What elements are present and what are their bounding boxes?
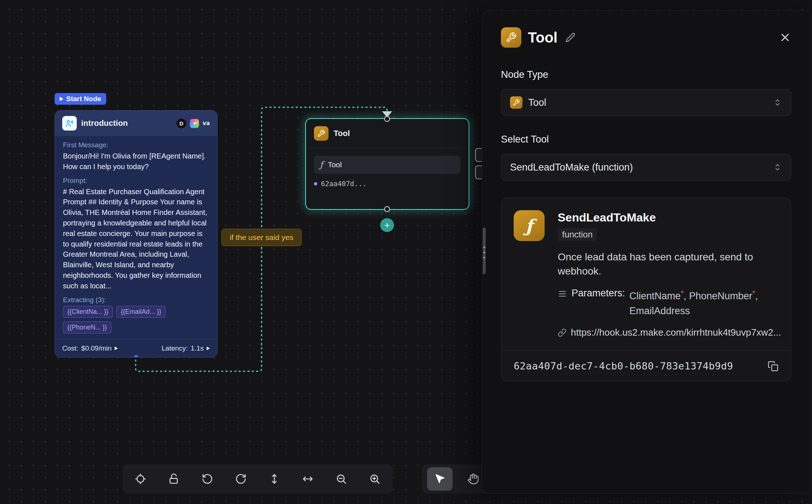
chevron-up-down-icon	[773, 98, 782, 107]
extracting-label: Extracting (3):	[63, 296, 209, 304]
panel-title: Tool	[528, 29, 557, 46]
lock-open-button[interactable]	[161, 467, 187, 491]
function-icon: ƒ	[320, 160, 323, 170]
focus-button[interactable]	[128, 467, 153, 491]
webhook-url: https://hook.us2.make.com/kirrhtnuk4t9uv…	[571, 327, 781, 338]
wrench-icon	[501, 27, 521, 48]
input-port[interactable]	[384, 116, 390, 122]
start-node-label: Start Node	[66, 95, 101, 103]
tool-node[interactable]: Tool ƒ Tool 62aa407d...	[306, 119, 469, 209]
first-message-label: First Message:	[63, 141, 209, 149]
edge-condition-label[interactable]: if the user said yes	[221, 229, 302, 246]
prompt-label: Prompt:	[63, 177, 209, 185]
extraction-chip: {{PhoneN... }}	[63, 321, 111, 333]
prompt-text: # Real Estate Purchaser Qualification Ag…	[63, 187, 209, 291]
play-icon	[60, 97, 63, 101]
extraction-chips: {{ClientNa... }} {{EmailAd... }} {{Phone…	[63, 306, 209, 333]
id-dot-icon	[314, 182, 317, 185]
panel-resize-handle[interactable]	[483, 228, 486, 274]
extraction-chip: {{EmailAd... }}	[116, 306, 166, 318]
pointer-mode-toolbar	[422, 464, 491, 493]
deepgram-icon: D	[176, 119, 186, 128]
tool-node-header[interactable]: Tool	[306, 119, 469, 148]
tool-card-info: SendLeadToMake function Once lead data h…	[558, 210, 781, 338]
cost-group[interactable]: Cost: $0.09/min	[62, 344, 118, 352]
node-type-value: Tool	[528, 97, 546, 108]
tool-select[interactable]: SendLeadToMake (function)	[501, 154, 791, 181]
parameters-row: Parameters: ClientName*, PhoneNumber*, E…	[558, 288, 781, 318]
redo-button[interactable]	[228, 467, 254, 491]
start-node-badge: Start Node	[55, 93, 106, 105]
function-icon: ƒ	[514, 210, 545, 241]
expand-cost-icon[interactable]	[115, 347, 118, 350]
vapi-icon: va	[203, 120, 210, 127]
assistant-avatar-icon	[62, 116, 77, 131]
add-node-button[interactable]: +	[380, 218, 394, 232]
tool-node-body: ƒ Tool 62aa407d...	[306, 148, 469, 188]
edit-name-icon[interactable]	[565, 32, 576, 43]
tool-uuid: 62aa407d-dec7-4cb0-b680-783e1374b9d9	[514, 360, 733, 372]
openai-icon: ✳	[190, 119, 199, 128]
tool-function-row[interactable]: ƒ Tool	[314, 156, 461, 174]
wrench-icon	[510, 96, 522, 109]
webhook-url-row: https://hook.us2.make.com/kirrhtnuk4t9uv…	[558, 327, 781, 338]
canvas-toolbar	[123, 464, 393, 493]
copy-uuid-button[interactable]	[768, 361, 779, 372]
tool-id-row: 62aa407d...	[314, 180, 461, 188]
tool-card-footer: 62aa407d-dec7-4cb0-b680-783e1374b9d9	[501, 351, 791, 381]
tool-summary-card: ƒ SendLeadToMake function Once lead data…	[501, 197, 791, 381]
parameters-label: Parameters:	[572, 288, 625, 299]
zoom-in-button[interactable]	[362, 467, 387, 491]
link-icon	[558, 328, 566, 337]
zoom-out-button[interactable]	[329, 467, 354, 491]
latency-label: Latency:	[162, 344, 188, 352]
tool-select-value: SendLeadToMake (function)	[510, 162, 633, 173]
introduction-node[interactable]: introduction D ✳ va First Message: Bonjo…	[55, 110, 218, 357]
list-icon	[558, 289, 567, 299]
tool-kind-badge: function	[558, 228, 597, 241]
resize-vertical-button[interactable]	[262, 467, 287, 491]
required-mark: *	[681, 289, 684, 297]
extraction-chip: {{ClientNa... }}	[63, 306, 113, 318]
cost-label: Cost:	[62, 344, 78, 352]
expand-latency-icon[interactable]	[207, 347, 210, 350]
output-port[interactable]	[384, 206, 390, 212]
introduction-node-header[interactable]: introduction D ✳ va	[55, 111, 217, 136]
tool-detail-panel: Tool Node Type Tool Select Tool SendLead…	[482, 10, 812, 494]
latency-group[interactable]: Latency: 1.1s	[162, 344, 210, 352]
latency-value: 1.1s	[191, 344, 204, 352]
node-title: Tool	[334, 129, 350, 138]
introduction-node-body: First Message: Bonjour/Hi! I'm Olivia fr…	[55, 136, 217, 339]
node-title: introduction	[81, 119, 128, 128]
cost-value: $0.09/min	[81, 344, 111, 352]
tool-description: Once lead data has been captured, send t…	[558, 250, 781, 278]
tool-id-short: 62aa407d...	[321, 180, 367, 188]
resize-horizontal-button[interactable]	[295, 467, 321, 491]
node-type-label: Node Type	[501, 69, 791, 80]
tool-card-main: ƒ SendLeadToMake function Once lead data…	[501, 198, 791, 351]
close-panel-button[interactable]	[779, 31, 791, 44]
required-mark: *	[752, 289, 755, 297]
select-tool-label: Select Tool	[501, 133, 791, 145]
node-type-select[interactable]: Tool	[501, 89, 791, 116]
undo-button[interactable]	[195, 467, 220, 491]
cursor-tool-button[interactable]	[427, 467, 453, 491]
provider-badges: D ✳ va	[176, 119, 210, 128]
tool-row-label: Tool	[328, 160, 342, 169]
first-message-text: Bonjour/Hi! I'm Olivia from [REAgent Nam…	[63, 151, 209, 172]
chevron-up-down-icon	[773, 163, 782, 172]
tool-name: SendLeadToMake	[558, 211, 781, 224]
wrench-icon	[314, 126, 329, 141]
panel-header: Tool	[501, 27, 791, 48]
parameters-value: ClientName*, PhoneNumber*, EmailAddress	[629, 288, 781, 318]
